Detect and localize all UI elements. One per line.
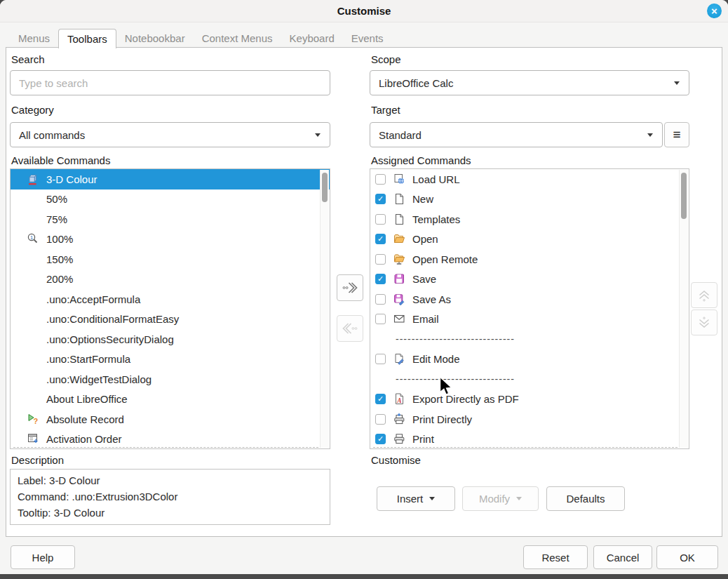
available-command-row[interactable]: .uno:StartFormula	[11, 350, 330, 370]
hamburger-menu-button[interactable]: ≡	[664, 122, 689, 147]
assigned-command-row[interactable]: ✓AExport Directly as PDF	[370, 390, 689, 410]
search-label: Search	[11, 53, 45, 65]
search-input[interactable]	[10, 70, 330, 95]
available-command-row[interactable]: ?Absolute Record	[11, 409, 330, 430]
command-label: Save As	[412, 293, 451, 305]
assigned-command-row[interactable]: Save As	[370, 289, 689, 310]
chevron-down-icon	[516, 497, 522, 500]
assigned-command-row[interactable]: ✓Print	[370, 430, 689, 450]
load-url-icon	[392, 173, 406, 186]
assigned-command-row[interactable]: ✓New	[370, 189, 689, 210]
available-commands-label: Available Commands	[11, 154, 110, 166]
available-command-row[interactable]: 1100%	[11, 229, 330, 250]
checkbox-checked[interactable]: ✓	[375, 434, 386, 444]
available-command-row[interactable]: 150%	[11, 249, 330, 269]
target-value: Standard	[379, 129, 422, 141]
available-command-row[interactable]: .uno:WidgetTestDialog	[11, 369, 330, 390]
svg-text:A: A	[396, 397, 401, 404]
scrollbar[interactable]	[320, 170, 329, 448]
assigned-command-row[interactable]: Templates	[370, 209, 689, 229]
pdf-icon: A	[392, 392, 406, 406]
available-command-row[interactable]: 200%	[11, 269, 330, 290]
available-commands-list[interactable]: 3-D Colour50%75%1100%150%200%.uno:Accept…	[10, 168, 330, 449]
double-chevron-up-icon	[696, 287, 713, 304]
assigned-command-row[interactable]: Load URL	[370, 169, 689, 189]
remove-command-button[interactable]	[337, 315, 363, 342]
category-dropdown[interactable]: All commands	[10, 122, 330, 147]
assigned-command-row[interactable]: ✓Open	[370, 229, 689, 250]
checkbox-checked[interactable]: ✓	[375, 194, 386, 204]
available-command-row[interactable]: .uno:ConditionalFormatEasy	[11, 310, 330, 330]
available-command-row[interactable]: .uno:AcceptFormula	[11, 289, 330, 310]
record-icon: ?	[26, 413, 40, 426]
assigned-command-row[interactable]: ✓Save	[370, 269, 689, 290]
blank-icon	[26, 373, 40, 386]
command-label: Print	[412, 433, 434, 445]
checkbox-unchecked[interactable]	[375, 214, 386, 225]
move-up-button[interactable]	[691, 282, 717, 308]
zoom-100-icon: 1	[26, 232, 40, 246]
help-button[interactable]: Help	[11, 545, 75, 569]
available-command-row[interactable]: Activation Order	[11, 430, 330, 450]
command-label: 75%	[46, 213, 67, 225]
ok-button[interactable]: OK	[656, 545, 718, 569]
tab-context-menus[interactable]: Context Menus	[194, 29, 281, 48]
separator-row[interactable]: ------------------------------	[370, 329, 689, 350]
tab-menus[interactable]: Menus	[10, 29, 58, 48]
blank-icon	[26, 253, 40, 266]
checkbox-checked[interactable]: ✓	[375, 274, 386, 284]
separator-dashes: ------------------------------	[396, 333, 515, 345]
assigned-commands-list[interactable]: Load URL✓NewTemplates✓OpenOpen Remote✓Sa…	[370, 168, 689, 449]
scrollbar[interactable]	[679, 170, 688, 448]
close-icon[interactable]: ×	[707, 4, 722, 18]
available-command-row[interactable]: .uno:OptionsSecurityDialog	[11, 329, 330, 350]
checkbox-unchecked[interactable]	[375, 174, 386, 185]
double-chevron-right-icon	[341, 279, 359, 297]
separator-row[interactable]: ------------------------------	[370, 369, 689, 390]
assigned-command-row[interactable]: Open Remote	[370, 249, 689, 269]
add-command-button[interactable]	[337, 274, 363, 301]
checkbox-checked[interactable]: ✓	[375, 394, 386, 404]
defaults-button[interactable]: Defaults	[546, 486, 625, 511]
tab-toolbars[interactable]: Toolbars	[58, 29, 116, 48]
reset-button[interactable]: Reset	[523, 545, 588, 569]
available-command-row[interactable]: 50%	[11, 189, 330, 210]
command-label: Open Remote	[412, 253, 478, 265]
available-command-row[interactable]: About LibreOffice	[11, 390, 330, 410]
category-value: All commands	[19, 129, 85, 141]
separator-dashes: ------------------------------	[396, 373, 515, 385]
checkbox-unchecked[interactable]	[375, 294, 386, 305]
chevron-down-icon	[315, 133, 321, 137]
move-down-button[interactable]	[691, 310, 717, 335]
command-label: 200%	[46, 273, 73, 285]
tab-bar: MenusToolbarsNotebookbarContext MenusKey…	[10, 29, 392, 48]
scope-dropdown[interactable]: LibreOffice Calc	[370, 70, 689, 95]
command-label: .uno:StartFormula	[46, 353, 130, 365]
tab-events[interactable]: Events	[343, 29, 392, 48]
insert-button[interactable]: Insert	[377, 486, 455, 511]
tab-keyboard[interactable]: Keyboard	[281, 29, 343, 48]
command-label: 100%	[46, 233, 73, 245]
open-folder-icon	[392, 232, 406, 246]
print-icon	[392, 432, 406, 446]
assigned-command-row[interactable]: Edit Mode	[370, 350, 689, 370]
blank-icon	[26, 312, 40, 326]
checkbox-checked[interactable]: ✓	[375, 234, 386, 244]
checkbox-unchecked[interactable]	[375, 354, 386, 364]
cancel-button[interactable]: Cancel	[593, 545, 652, 569]
available-command-row[interactable]: 3-D Colour	[11, 169, 330, 189]
checkbox-unchecked[interactable]	[375, 254, 386, 265]
command-label: .uno:OptionsSecurityDialog	[46, 333, 174, 345]
available-command-row[interactable]: 75%	[11, 209, 330, 229]
tab-notebookbar[interactable]: Notebookbar	[116, 29, 194, 48]
chevron-down-icon	[674, 81, 680, 85]
target-dropdown[interactable]: Standard	[370, 122, 663, 147]
scrollbar-thumb[interactable]	[322, 173, 328, 202]
assigned-command-row[interactable]: Email	[370, 310, 689, 330]
checkbox-unchecked[interactable]	[375, 314, 386, 324]
checkbox-unchecked[interactable]	[375, 414, 386, 425]
scrollbar-thumb[interactable]	[681, 173, 687, 219]
modify-button[interactable]: Modify	[462, 486, 539, 511]
assigned-command-row[interactable]: Print Directly	[370, 409, 689, 430]
customise-dialog: Customise × MenusToolbarsNotebookbarCont…	[0, 0, 728, 574]
